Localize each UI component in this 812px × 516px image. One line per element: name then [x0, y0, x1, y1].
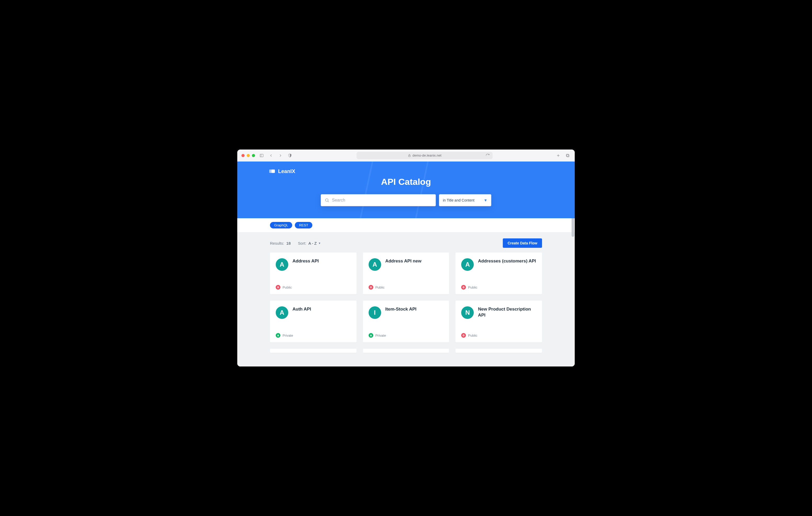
- lock-icon: [369, 333, 373, 338]
- minimize-window[interactable]: [247, 154, 250, 157]
- avatar: A: [276, 306, 288, 319]
- svg-rect-6: [567, 154, 569, 156]
- brand-name: LeanIX: [278, 168, 295, 174]
- visibility-label: Public: [468, 285, 477, 290]
- page-title: API Catalog: [237, 177, 575, 187]
- globe-icon: [276, 285, 281, 290]
- api-title: Item-Stock API: [385, 306, 416, 312]
- api-title: New Product Description API: [478, 306, 536, 318]
- tabs-overview-icon[interactable]: [565, 153, 571, 158]
- refresh-icon[interactable]: [485, 153, 491, 158]
- back-button[interactable]: [268, 153, 274, 158]
- brand[interactable]: LeanIX: [237, 161, 575, 175]
- chevron-down-icon: ▼: [484, 198, 487, 202]
- search-scope-select[interactable]: in Title and Content ▼: [439, 194, 491, 206]
- search-box[interactable]: [321, 194, 436, 206]
- visibility-label: Public: [468, 334, 477, 337]
- svg-rect-8: [271, 170, 275, 173]
- hero: LeanIX API Catalog in Title and Content …: [237, 161, 575, 218]
- visibility-label: Private: [283, 334, 293, 337]
- sort-label: Sort: A - Z ▼: [298, 241, 321, 245]
- api-card[interactable]: AAddresses (customers) APIPublic: [456, 252, 542, 294]
- search-scope-label: in Title and Content: [443, 198, 474, 202]
- lock-icon: [408, 154, 411, 157]
- avatar: N: [461, 306, 474, 319]
- visibility-label: Private: [375, 334, 386, 337]
- visibility-label: Public: [283, 285, 292, 290]
- svg-rect-5: [567, 154, 569, 157]
- lock-icon: [276, 333, 281, 338]
- new-tab-icon[interactable]: [555, 153, 561, 158]
- globe-icon: [369, 285, 373, 290]
- globe-icon: [461, 285, 466, 290]
- create-data-flow-button[interactable]: Create Data Flow: [503, 238, 542, 248]
- api-card[interactable]: [363, 349, 450, 353]
- api-card[interactable]: NNew Product Description APIPublic: [456, 301, 542, 342]
- filter-pill-rest[interactable]: REST: [295, 222, 312, 229]
- chevron-down-icon: ▼: [318, 242, 321, 245]
- visibility-label: Public: [375, 285, 384, 290]
- filter-bar: GraphQL REST: [237, 218, 575, 232]
- brand-logo-icon: [269, 168, 276, 175]
- svg-line-10: [328, 201, 328, 202]
- avatar: A: [369, 258, 381, 271]
- page: LeanIX API Catalog in Title and Content …: [237, 161, 575, 366]
- api-grid: AAddress APIPublicAAddress API newPublic…: [270, 252, 542, 342]
- zoom-window[interactable]: [252, 154, 255, 157]
- svg-rect-2: [408, 155, 410, 157]
- api-card[interactable]: AAuth APIPrivate: [270, 301, 356, 342]
- search-input[interactable]: [332, 198, 432, 203]
- results-label: Results: 18: [270, 241, 291, 245]
- sidebar-toggle-icon[interactable]: [259, 153, 264, 158]
- svg-rect-14: [278, 335, 279, 336]
- privacy-shield-icon[interactable]: [287, 153, 293, 158]
- sort-select[interactable]: A - Z ▼: [309, 241, 321, 245]
- api-card[interactable]: IItem-Stock APIPrivate: [363, 301, 450, 342]
- forward-button[interactable]: [278, 153, 283, 158]
- globe-icon: [461, 333, 466, 338]
- api-card[interactable]: [456, 349, 542, 353]
- svg-point-9: [325, 199, 328, 202]
- svg-rect-0: [260, 154, 263, 157]
- address-bar[interactable]: demo-de.leanix.net: [356, 152, 493, 159]
- address-text: demo-de.leanix.net: [412, 153, 442, 157]
- api-title: Address API: [292, 258, 319, 264]
- filter-pill-graphql[interactable]: GraphQL: [270, 222, 292, 229]
- svg-rect-15: [370, 335, 372, 336]
- api-title: Address API new: [385, 258, 422, 264]
- browser-chrome: demo-de.leanix.net: [237, 150, 575, 161]
- browser-window: demo-de.leanix.net: [237, 150, 575, 366]
- avatar: A: [461, 258, 474, 271]
- results-count: 18: [286, 241, 291, 245]
- api-card[interactable]: AAddress APIPublic: [270, 252, 356, 294]
- toolbar: Results: 18 Sort: A - Z ▼ Create Data Fl…: [270, 232, 542, 252]
- avatar: I: [369, 306, 381, 319]
- api-title: Auth API: [292, 306, 311, 312]
- api-card[interactable]: [270, 349, 356, 353]
- avatar: A: [276, 258, 288, 271]
- api-title: Addresses (customers) API: [478, 258, 536, 264]
- api-card[interactable]: AAddress API newPublic: [363, 252, 450, 294]
- window-controls: [241, 154, 255, 157]
- search-icon: [325, 198, 329, 203]
- close-window[interactable]: [241, 154, 244, 157]
